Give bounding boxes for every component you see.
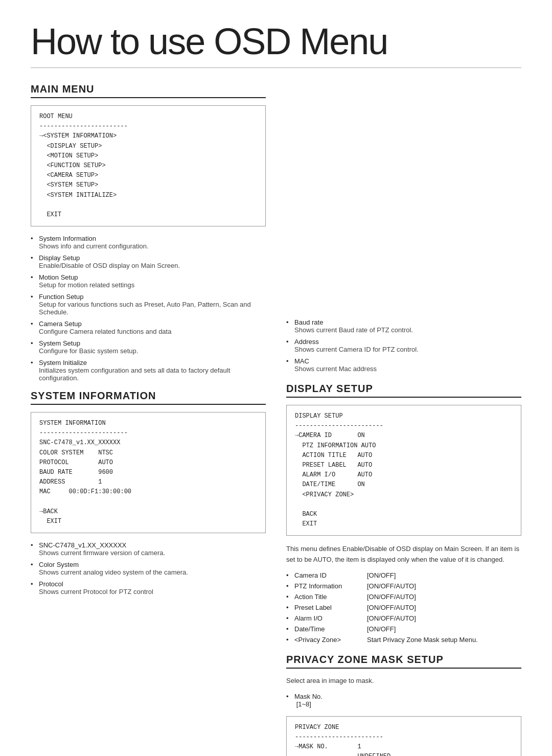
list-item: Date/Time [ON/OFF] (286, 625, 521, 633)
list-item: MAC Shows current Mac address (286, 357, 521, 373)
list-item: Display Setup Enable/Disable of OSD disp… (31, 254, 266, 269)
display-setup-title: DISPLAY SETUP (286, 383, 521, 398)
list-item: Camera ID [ON/OFF] (286, 571, 521, 579)
main-menu-section: MAIN MENU ROOT MENU --------------------… (31, 83, 266, 382)
list-item: Address Shows current Camera ID for PTZ … (286, 338, 521, 353)
list-item: Action Title [ON/OFF/AUTO] (286, 593, 521, 601)
display-setup-options-list: Camera ID [ON/OFF] PTZ Information [ON/O… (286, 571, 521, 644)
list-item: Preset Label [ON/OFF/AUTO] (286, 604, 521, 611)
list-item: PTZ Information [ON/OFF/AUTO] (286, 582, 521, 590)
list-item: System Setup Configure for Basic system … (31, 339, 266, 355)
privacy-zone-description: Select area in image to mask. (286, 676, 521, 686)
system-information-title: SYSTEM INFORMATION (31, 390, 266, 405)
main-menu-bullet-list: System Information Shows info and curren… (31, 235, 266, 382)
system-information-section: SYSTEM INFORMATION SYSTEM INFORMATION --… (31, 390, 266, 595)
privacy-zone-mask-list: Mask No. [1~8] (286, 693, 521, 708)
list-item: Camera Setup Configure Camera related fu… (31, 320, 266, 335)
page-title: How to use OSD Menu (31, 20, 521, 68)
system-information-bullet-list: SNC-C7478_v1.XX_XXXXXX Shows current fir… (31, 541, 266, 595)
system-information-osd-box: SYSTEM INFORMATION ---------------------… (31, 412, 266, 533)
display-setup-description: This menu defines Enable/Disable of OSD … (286, 544, 521, 565)
privacy-zone-section: PRIVACY ZONE MASK SETUP Select area in i… (286, 654, 521, 756)
list-item: System Information Shows info and curren… (31, 235, 266, 250)
list-item: Baud rate Shows current Baud rate of PTZ… (286, 318, 521, 334)
list-item: Motion Setup Setup for motion related se… (31, 273, 266, 289)
privacy-zone-title: PRIVACY ZONE MASK SETUP (286, 654, 521, 669)
list-item: System Initialize Initializes system con… (31, 359, 266, 382)
display-setup-section: DISPLAY SETUP DISPLAY SETUP ------------… (286, 383, 521, 644)
privacy-zone-osd-box: PRIVACY ZONE ------------------------ →M… (286, 716, 521, 756)
list-item: Mask No. [1~8] (286, 693, 521, 708)
sysinfo-right-bullets: Baud rate Shows current Baud rate of PTZ… (286, 318, 521, 373)
main-menu-osd-box: ROOT MENU ------------------------ →<SYS… (31, 105, 266, 226)
list-item: <Privacy Zone> Start Privacy Zone Mask s… (286, 636, 521, 644)
list-item: Function Setup Setup for various functio… (31, 293, 266, 316)
list-item: SNC-C7478_v1.XX_XXXXXX Shows current fir… (31, 541, 266, 557)
display-setup-osd-box: DISPLAY SETUP ------------------------ →… (286, 405, 521, 536)
list-item: Protocol Shows current Protocol for PTZ … (31, 580, 266, 595)
list-item: Color System Shows current analog video … (31, 561, 266, 576)
list-item: Alarm I/O [ON/OFF/AUTO] (286, 614, 521, 622)
main-menu-title: MAIN MENU (31, 83, 266, 98)
